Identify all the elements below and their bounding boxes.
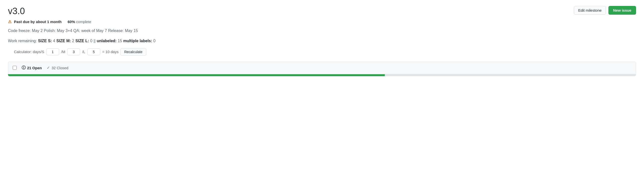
header-row: v3.0 Edit milestone New issue — [8, 6, 636, 16]
unlabeled-value: 15 — [118, 39, 122, 43]
work-remaining: Work remaining: SIZE S: 4 SIZE M: 2 SIZE… — [8, 38, 636, 44]
new-issue-button[interactable]: New issue — [608, 6, 636, 15]
due-warning: ⚠ Past due by about 1 month — [8, 19, 62, 24]
recalculate-button[interactable]: Recalculate — [120, 48, 146, 56]
size-m-value: 2 — [72, 39, 74, 43]
open-issue-icon: ⓘ — [22, 65, 26, 70]
multiple-labels-value: 0 — [153, 39, 156, 43]
calc-result: = 10 days — [102, 50, 118, 54]
size-s-value: 4 — [53, 39, 55, 43]
unlabeled-label: unlabeled: — [97, 39, 117, 43]
closed-issues-count: 32 Closed — [52, 66, 68, 70]
issues-select-all-checkbox[interactable] — [13, 66, 17, 70]
multiple-labels-label: multiple labels: — [123, 39, 152, 43]
page-container: v3.0 Edit milestone New issue ⚠ Past due… — [0, 0, 644, 76]
work-separator: || — [94, 39, 96, 43]
warning-icon: ⚠ — [8, 19, 12, 24]
days-m-label: /M — [61, 50, 66, 54]
size-m-label: SIZE M: — [56, 39, 71, 43]
open-issues-link[interactable]: ⓘ 21 Open — [22, 65, 42, 70]
due-warning-text: Past due by about 1 month — [14, 20, 62, 24]
days-l-label: /L — [82, 50, 85, 54]
calculator-prefix: Calculator: days/S — [14, 50, 44, 54]
closed-checkmark-icon: ✓ — [47, 65, 50, 70]
due-row: ⚠ Past due by about 1 month 60% complete — [8, 19, 636, 24]
size-l-label: SIZE L: — [75, 39, 89, 43]
size-s-label: SIZE S: — [38, 39, 52, 43]
complete-percent: 60% — [68, 20, 75, 24]
complete-label: complete — [76, 20, 91, 24]
days-m-input[interactable] — [67, 48, 80, 55]
header-buttons: Edit milestone New issue — [574, 6, 636, 15]
progress-bar-fill — [8, 74, 385, 76]
progress-bar-container — [8, 74, 636, 76]
closed-issues-link[interactable]: ✓ 32 Closed — [47, 65, 68, 70]
days-l-input[interactable] — [87, 48, 100, 55]
calculator-row: Calculator: days/S /M /L = 10 days Recal… — [8, 48, 636, 56]
work-remaining-prefix: Work remaining: — [8, 39, 37, 43]
size-l-value: 0 — [90, 39, 92, 43]
milestone-title: v3.0 — [8, 6, 25, 16]
milestone-description: Code freeze: May 2 Polish: May 3+4 QA: w… — [8, 28, 636, 34]
days-s-input[interactable] — [46, 48, 59, 55]
issues-bar: ⓘ 21 Open ✓ 32 Closed — [8, 62, 636, 74]
edit-milestone-button[interactable]: Edit milestone — [574, 6, 606, 15]
complete-pct: 60% complete — [68, 20, 91, 24]
open-issues-count: 21 Open — [27, 66, 42, 70]
